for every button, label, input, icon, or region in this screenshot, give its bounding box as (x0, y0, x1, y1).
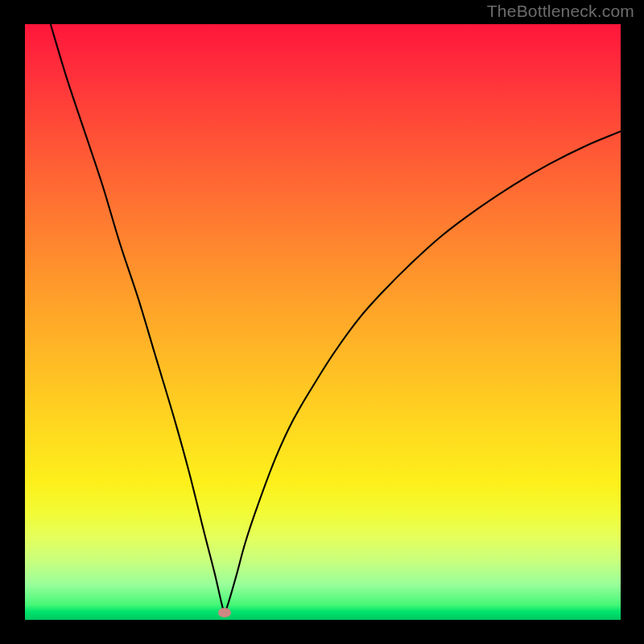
chart-plot-area (25, 24, 621, 620)
bottleneck-curve (25, 24, 621, 620)
attribution-text: TheBottleneck.com (487, 2, 634, 21)
optimum-marker (218, 608, 231, 617)
